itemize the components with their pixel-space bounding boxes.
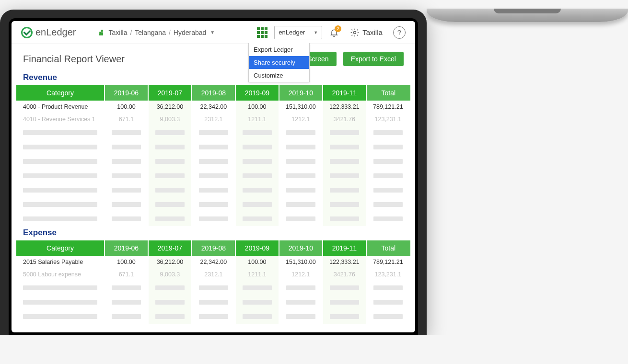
svg-rect-0 (99, 33, 100, 34)
breadcrumb[interactable]: Taxilla / Telangana / Hyderabad ▼ (97, 28, 215, 37)
skeleton-cell (323, 281, 367, 295)
value-cell: 100.00 (236, 256, 279, 268)
value-cell: 122,333.21 (323, 256, 367, 268)
skeleton-cell (279, 197, 323, 212)
value-cell: 100.00 (105, 256, 149, 268)
skeleton-cell (149, 169, 192, 183)
breadcrumb-item-0[interactable]: Taxilla (109, 29, 128, 36)
value-cell: 671.1 (105, 113, 149, 125)
skeleton-cell (192, 183, 236, 197)
help-button[interactable]: ? (393, 26, 406, 39)
skeleton-cell (192, 295, 236, 309)
skeleton-cell (105, 183, 149, 197)
breadcrumb-item-1[interactable]: Telangana (135, 29, 166, 36)
skeleton-cell (367, 295, 410, 309)
skeleton-cell (192, 309, 236, 324)
column-header: 2019-08 (192, 85, 236, 101)
breadcrumb-item-2[interactable]: Hyderabad (174, 29, 207, 36)
skeleton-cell (236, 169, 279, 183)
skeleton-cell (323, 309, 367, 324)
category-cell: 5000 Labour expense (16, 268, 105, 281)
skeleton-cell (192, 140, 236, 154)
skeleton-cell (149, 125, 192, 140)
skeleton-cell (279, 140, 323, 154)
value-cell: 3421.76 (323, 113, 367, 125)
skeleton-cell (367, 309, 410, 324)
logo-text: enLedger (35, 27, 76, 38)
skeleton-cell (192, 154, 236, 169)
value-cell: 9,003.3 (149, 268, 192, 281)
skeleton-cell (192, 281, 236, 295)
column-header: 2019-09 (236, 240, 279, 256)
svg-rect-2 (102, 32, 103, 33)
skeleton-cell (279, 295, 323, 309)
user-menu[interactable]: Taxilla (350, 28, 383, 37)
column-header: 2019-10 (279, 85, 323, 101)
value-cell: 2312.1 (192, 113, 236, 125)
chevron-down-icon: ▼ (314, 30, 318, 35)
skeleton-cell (279, 169, 323, 183)
skeleton-cell (105, 212, 149, 226)
value-cell: 36,212.00 (149, 101, 192, 113)
column-header: Total (367, 85, 410, 101)
skeleton-cell (323, 212, 367, 226)
skeleton-cell (367, 281, 410, 295)
value-cell: 151,310.00 (279, 101, 323, 113)
section-title: Revenue (12, 71, 415, 85)
skeleton-cell (279, 183, 323, 197)
column-header: 2019-10 (279, 240, 323, 256)
dropdown-item[interactable]: Export Ledger (249, 43, 309, 56)
report-table: Category2019-062019-072019-082019-092019… (16, 85, 410, 226)
breadcrumb-sep: / (130, 29, 132, 36)
dropdown-item[interactable]: Customize (249, 69, 309, 82)
skeleton-cell (192, 125, 236, 140)
notifications-button[interactable]: 2 (329, 27, 339, 38)
skeleton-cell (192, 169, 236, 183)
export-excel-button[interactable]: Export to Excel (343, 52, 404, 66)
value-cell: 789,121.21 (367, 101, 410, 113)
dropdown-item[interactable]: Share securely (249, 56, 309, 69)
column-header: 2019-11 (323, 85, 367, 101)
notifications-badge: 2 (335, 25, 341, 32)
app-logo: enLedger (21, 27, 76, 38)
apps-grid-icon[interactable] (257, 27, 267, 38)
skeleton-cell (323, 125, 367, 140)
column-header: 2019-06 (105, 85, 149, 101)
top-bar: enLedger Taxilla / Telangana / Hyderabad… (12, 21, 415, 44)
skeleton-cell (16, 125, 105, 140)
skeleton-cell (149, 154, 192, 169)
value-cell: 3421.76 (323, 268, 367, 281)
skeleton-cell (236, 140, 279, 154)
skeleton-cell (192, 212, 236, 226)
skeleton-cell (16, 212, 105, 226)
skeleton-cell (16, 140, 105, 154)
skeleton-cell (279, 154, 323, 169)
value-cell: 100.00 (236, 101, 279, 113)
skeleton-cell (279, 309, 323, 324)
app-select-menu: Export LedgerShare securelyCustomize (248, 43, 310, 82)
skeleton-cell (236, 212, 279, 226)
skeleton-cell (279, 212, 323, 226)
skeleton-cell (236, 154, 279, 169)
value-cell: 36,212.00 (149, 256, 192, 268)
column-header: 2019-07 (149, 85, 192, 101)
skeleton-cell (236, 197, 279, 212)
category-cell: 4000 - Product Revenue (16, 101, 105, 113)
skeleton-cell (105, 125, 149, 140)
skeleton-cell (323, 169, 367, 183)
skeleton-cell (16, 281, 105, 295)
skeleton-cell (105, 140, 149, 154)
app-select-dropdown[interactable]: enLedger ▼ (274, 26, 322, 39)
skeleton-cell (149, 281, 192, 295)
svg-rect-1 (102, 31, 103, 32)
skeleton-cell (192, 197, 236, 212)
chevron-down-icon[interactable]: ▼ (210, 30, 215, 35)
value-cell: 1212.1 (279, 113, 323, 125)
skeleton-cell (149, 309, 192, 324)
page-title: Financial Report Viewer (23, 54, 125, 65)
skeleton-cell (367, 169, 410, 183)
skeleton-cell (149, 183, 192, 197)
skeleton-cell (236, 183, 279, 197)
skeleton-cell (279, 281, 323, 295)
skeleton-cell (323, 154, 367, 169)
